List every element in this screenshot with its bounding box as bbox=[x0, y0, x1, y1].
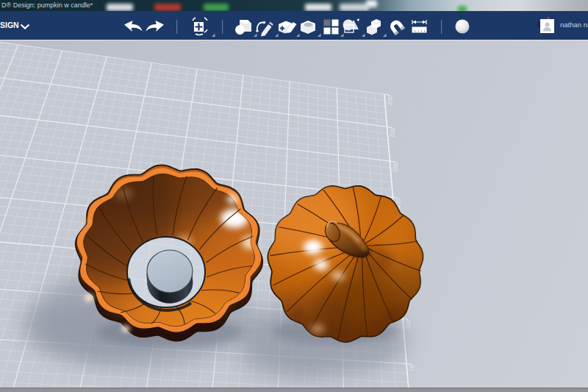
svg-text:250: 250 bbox=[386, 95, 394, 106]
svg-text:100: 100 bbox=[404, 319, 412, 330]
svg-text:225: 225 bbox=[389, 127, 397, 138]
svg-text:200: 200 bbox=[392, 162, 400, 173]
svg-text:75: 75 bbox=[409, 364, 416, 371]
